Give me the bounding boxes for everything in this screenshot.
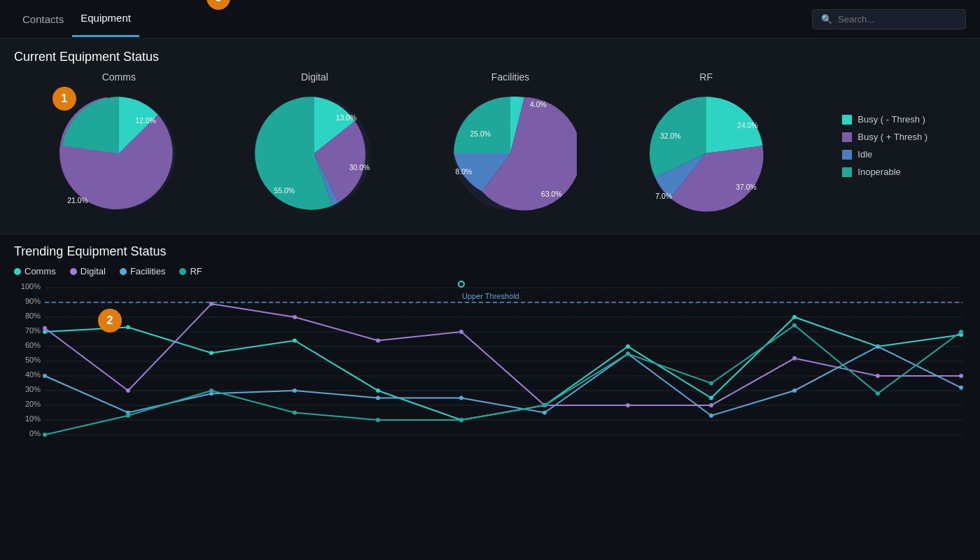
svg-text:1000: 1000 (620, 440, 636, 442)
svg-text:50%: 50% (25, 356, 41, 364)
svg-text:0900: 0900 (536, 440, 553, 442)
trend-label-facilities: Facilities (130, 266, 166, 276)
trend-label-digital: Digital (80, 266, 106, 276)
svg-text:7.0%: 7.0% (655, 192, 672, 200)
trending-section: Trending Equipment Status Comms Digital … (0, 234, 980, 435)
svg-point-57 (293, 339, 297, 343)
legend-busy-minus: Busy ( - Thresh ) (842, 114, 927, 125)
pie-rf-label: RF (699, 71, 713, 83)
svg-point-68 (209, 302, 214, 306)
pie-rf-chart: 24.0% 37.0% 7.0% 32.0% (640, 87, 773, 220)
pie-facilities: Facilities 4.0% 63.0% 8.0% 25.0% (444, 71, 577, 220)
svg-text:0500: 0500 (203, 440, 220, 442)
pie-digital-label: Digital (301, 71, 328, 83)
svg-text:21.0%: 21.0% (67, 197, 88, 204)
svg-point-71 (459, 330, 463, 334)
svg-point-83 (459, 396, 463, 400)
svg-point-58 (376, 388, 380, 393)
pie-facilities-chart: 4.0% 63.0% 8.0% 25.0% (444, 87, 577, 220)
trend-legend: Comms Digital Facilities RF 3 (14, 266, 966, 276)
pie-comms-chart: 1 12.0% 65.0% 21.0 (52, 87, 186, 220)
trend-label-rf: RF (190, 266, 202, 276)
trending-title: Trending Equipment Status (14, 244, 966, 259)
svg-text:0600: 0600 (286, 440, 303, 442)
legend-label-inoperable: Inoperable (858, 167, 900, 177)
nav-bar: Contacts Equipment 🔍 (0, 0, 980, 38)
svg-point-91 (126, 414, 130, 418)
trend-legend-comms: Comms (14, 266, 56, 276)
svg-text:30.0%: 30.0% (349, 164, 370, 172)
svg-point-100 (876, 391, 880, 396)
svg-point-75 (792, 356, 797, 360)
svg-point-89 (959, 386, 963, 390)
svg-text:1400: 1400 (953, 440, 966, 442)
search-box[interactable]: 🔍 (812, 9, 966, 29)
svg-text:63.0%: 63.0% (541, 190, 562, 198)
svg-point-67 (126, 388, 130, 393)
trend-dot-facilities (120, 268, 127, 275)
pie-digital: Digital 13.0% 30.0% 55.0% (248, 71, 381, 220)
pie-charts-container: Comms 1 12.0% (14, 71, 966, 227)
svg-text:0400: 0400 (120, 440, 136, 442)
search-input[interactable] (838, 14, 957, 24)
equipment-status-title: Current Equipment Status (14, 50, 966, 64)
svg-point-76 (876, 374, 880, 378)
svg-text:1200: 1200 (786, 440, 803, 442)
svg-text:13.0%: 13.0% (336, 114, 357, 122)
svg-text:Upper Threshold: Upper Threshold (462, 292, 519, 300)
legend-idle: Idle (842, 149, 927, 160)
badge-1: 1 (52, 87, 76, 111)
pie-digital-chart: 13.0% 30.0% 55.0% (248, 87, 381, 220)
legend-swatch-blue (842, 150, 852, 160)
legend-label-busy-plus: Busy ( + Thresh ) (858, 132, 927, 142)
svg-text:37.0%: 37.0% (736, 183, 757, 191)
svg-text:60%: 60% (25, 341, 41, 349)
svg-point-54 (43, 330, 47, 334)
svg-point-84 (542, 411, 547, 415)
svg-text:80%: 80% (25, 312, 41, 320)
trend-chart-area: 2 100% 90% 80% 70% 60% 50% 40% 30% 20% 1… (14, 281, 966, 435)
svg-text:8.0%: 8.0% (456, 168, 472, 176)
tab-equipment[interactable]: Equipment (72, 1, 139, 37)
svg-point-95 (459, 418, 463, 422)
legend-swatch-teal (842, 167, 852, 177)
pie-facilities-label: Facilities (491, 71, 529, 83)
badge-2: 2 (98, 309, 122, 332)
svg-point-66 (43, 326, 47, 330)
svg-point-92 (209, 388, 214, 393)
legend-busy-plus: Busy ( + Thresh ) (842, 132, 927, 142)
svg-text:20%: 20% (25, 400, 41, 408)
legend-label-idle: Idle (858, 149, 872, 160)
pie-comms-label: Comms (102, 71, 136, 83)
trend-dot-comms (14, 268, 21, 275)
svg-point-63 (792, 315, 797, 319)
legend-label-busy-minus: Busy ( - Thresh ) (858, 114, 925, 125)
svg-point-82 (376, 396, 380, 400)
svg-point-78 (43, 374, 47, 378)
svg-text:25.0%: 25.0% (470, 130, 491, 138)
svg-point-98 (709, 382, 713, 386)
svg-point-96 (542, 403, 547, 407)
svg-point-73 (626, 403, 630, 407)
svg-point-74 (709, 403, 713, 407)
svg-point-97 (626, 352, 630, 356)
svg-text:0800: 0800 (453, 440, 470, 442)
trend-label-comms: Comms (24, 266, 56, 276)
tab-contacts[interactable]: Contacts (14, 2, 72, 36)
svg-point-86 (709, 414, 713, 418)
equipment-status-section: Current Equipment Status Comms 1 (0, 38, 980, 234)
trend-legend-facilities: Facilities (120, 266, 166, 276)
svg-point-102 (458, 281, 464, 287)
svg-text:55.0%: 55.0% (274, 187, 295, 195)
svg-text:1300: 1300 (869, 440, 886, 442)
legend-swatch-cyan (842, 115, 852, 125)
svg-text:70%: 70% (25, 326, 41, 335)
svg-point-70 (376, 339, 380, 343)
pie-rf: RF 24.0% 37.0% 7.0% 32.0% (640, 71, 773, 220)
svg-text:1100: 1100 (703, 440, 720, 442)
svg-text:90%: 90% (25, 297, 41, 305)
svg-text:30%: 30% (25, 385, 41, 393)
svg-point-56 (209, 351, 214, 355)
svg-point-94 (376, 418, 380, 422)
svg-text:0%: 0% (29, 429, 41, 438)
